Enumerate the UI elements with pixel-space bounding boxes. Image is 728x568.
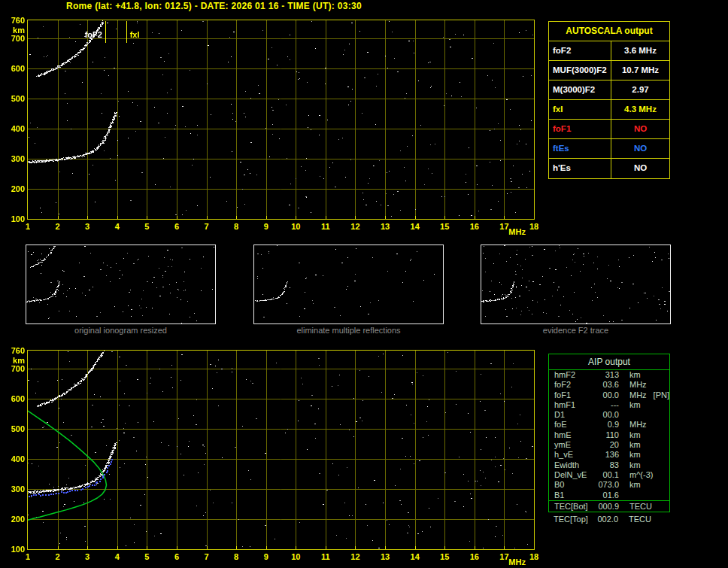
x-tick-label: 13 <box>377 222 393 231</box>
aip-row-value: 03.6 <box>592 380 619 390</box>
aip-row-label: foF2 <box>554 380 592 390</box>
autoscala-output-table: AUTOSCALA output foF23.6 MHzMUF(3000)F21… <box>548 21 670 179</box>
x-tick-label: 4 <box>109 222 126 231</box>
autoscala-row-label: foF2 <box>549 41 611 60</box>
x-tick-label: 9 <box>258 222 275 231</box>
x-tick-label: 10 <box>287 552 304 561</box>
autoscala-row-value: NO <box>611 120 669 138</box>
aip-row-value: 313 <box>592 370 619 380</box>
x-tick-label: 8 <box>228 222 244 231</box>
autoscala-row-label: h'Es <box>549 159 611 178</box>
autoscala-row-value: 10.7 MHz <box>611 61 669 80</box>
y-tick-label: 300 <box>2 154 25 163</box>
y-tick-label: 300 <box>2 484 25 494</box>
aip-row-hmf1: hmF1---km <box>549 400 669 410</box>
y-axis-unit: km <box>2 356 25 365</box>
thumbnail-original-canvas <box>26 245 215 323</box>
aip-row-yme: ymE20km <box>549 440 669 450</box>
x-tick-label: 9 <box>258 552 275 561</box>
thumbnail-caption-eliminate: eliminate multiple reflections <box>253 326 444 335</box>
x-tick-label: 11 <box>317 222 334 231</box>
autoscala-window: Rome (lat: +41.8, lon: 012.5) - DATE: 20… <box>0 0 728 568</box>
y-tick-label: 700 <box>2 364 25 373</box>
bottom-ionogram-canvas <box>28 351 534 549</box>
x-tick-label: 12 <box>347 222 363 231</box>
autoscala-row-muf-3000-f2: MUF(3000)F210.7 MHz <box>549 61 669 80</box>
x-axis-unit: MHz <box>508 227 526 236</box>
aip-row-h-ve: h_vE136km <box>549 450 669 460</box>
aip-row-unit <box>619 491 669 500</box>
x-tick-label: 16 <box>466 222 483 231</box>
fof2-marker-label: foF2 <box>85 30 102 39</box>
aip-row-value: 136 <box>592 450 619 460</box>
autoscala-row-value: 3.6 MHz <box>611 41 669 60</box>
x-tick-label: 10 <box>287 222 304 231</box>
x-tick-label: 15 <box>436 552 453 561</box>
aip-row-unit: km <box>619 480 669 490</box>
x-tick-label: 6 <box>168 222 185 231</box>
x-tick-label: 1 <box>20 222 36 231</box>
aip-row-unit: km <box>619 400 669 410</box>
y-tick-label: 760 <box>2 346 25 355</box>
aip-row-value: 20 <box>592 440 619 450</box>
aip-row-label: TEC[Top] <box>554 515 591 524</box>
aip-row-fof1: foF100.0MHz[PN] <box>549 390 669 400</box>
x-tick-label: 7 <box>199 222 215 231</box>
aip-row-value: --- <box>592 400 619 410</box>
aip-row-value: 073.0 <box>592 480 619 490</box>
aip-row-unit: MHz[PN] <box>619 390 669 400</box>
aip-row-label: foF1 <box>554 390 592 400</box>
x-tick-label: 14 <box>407 222 423 231</box>
aip-row-unit: km <box>619 370 669 380</box>
y-tick-label: 600 <box>2 64 25 73</box>
y-tick-label: 500 <box>2 94 25 103</box>
aip-row-hmf2: hmF2313km <box>549 370 669 380</box>
aip-row-d1: D100.0 <box>549 410 669 420</box>
y-tick-label: 400 <box>2 124 25 133</box>
autoscala-row-fof1: foF1NO <box>549 120 669 139</box>
aip-row-ewidth: Ewidth83km <box>549 460 669 470</box>
thumbnail-evidence-canvas <box>481 245 670 323</box>
aip-row-value: 00.0 <box>592 390 619 400</box>
thumbnail-evidence-f2 <box>481 245 671 324</box>
thumbnail-caption-original: original ionogram resized <box>26 326 216 335</box>
x-tick-label: 11 <box>317 552 334 561</box>
x-tick-label: 5 <box>138 552 155 561</box>
autoscala-row-value: 4.3 MHz <box>611 100 669 119</box>
aip-row-unit: km <box>619 430 669 440</box>
x-tick-label: 3 <box>79 552 96 561</box>
autoscala-row-ftes: ftEsNO <box>549 139 669 159</box>
aip-row-label: B1 <box>554 491 592 500</box>
aip-row-unit: km <box>619 440 669 450</box>
y-tick-label: 600 <box>2 394 25 403</box>
y-tick-label: 200 <box>2 184 25 193</box>
top-ionogram-canvas <box>28 20 534 219</box>
x-tick-label: 2 <box>50 552 66 561</box>
aip-row-unit <box>619 410 669 420</box>
x-tick-label: 3 <box>79 222 96 231</box>
thumbnail-caption-evidence: evidence F2 trace <box>481 326 671 335</box>
aip-row-fof2: foF203.6MHz <box>549 380 669 390</box>
aip-row-tec-bot-: TEC[Bot]000.9TECU <box>549 500 669 512</box>
aip-row-label: DelN_vE <box>554 470 592 480</box>
aip-row-label: foE <box>554 420 592 430</box>
autoscala-row-h-es: h'EsNO <box>549 159 669 178</box>
autoscala-row-fof2: foF23.6 MHz <box>549 41 669 61</box>
x-tick-label: 4 <box>109 552 126 561</box>
x-tick-label: 6 <box>168 552 185 561</box>
aip-row-unit: TECU <box>619 501 669 512</box>
aip-row-deln-ve: DelN_vE00.1m^(-3) <box>549 470 669 480</box>
aip-tec-top-row: TEC[Top]002.0TECU <box>548 515 670 524</box>
x-tick-label: 14 <box>407 552 423 561</box>
aip-row-value: 000.9 <box>592 501 619 512</box>
autoscala-table-header: AUTOSCALA output <box>549 22 669 41</box>
aip-row-b1: B101.6 <box>549 491 669 500</box>
x-tick-label: 2 <box>50 222 66 231</box>
autoscala-row-label: MUF(3000)F2 <box>549 61 611 80</box>
autoscala-row-m-3000-f2: M(3000)F22.97 <box>549 80 669 100</box>
y-axis-unit: km <box>2 26 25 35</box>
thumbnail-eliminate-reflections <box>253 245 444 324</box>
aip-row-foe: foE0.9MHz <box>549 420 669 430</box>
x-tick-label: 7 <box>199 552 215 561</box>
aip-row-b0: B0073.0km <box>549 480 669 490</box>
